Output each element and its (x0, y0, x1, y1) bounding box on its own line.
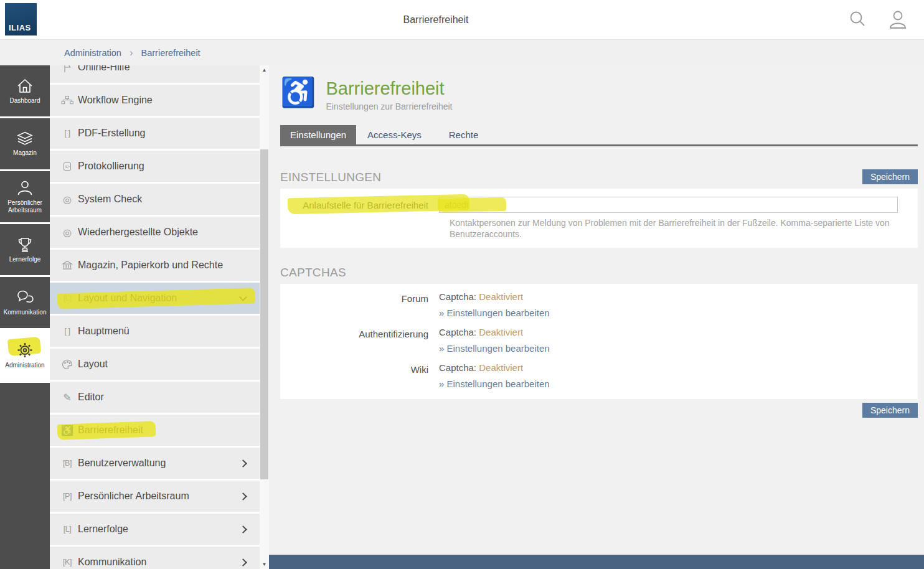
sidebar-item-label: Protokollierung (78, 161, 246, 172)
tab-rechte[interactable]: Rechte (439, 125, 489, 144)
field-help-text: Kontaktpersonen zur Meldung von Probleme… (450, 217, 913, 240)
edit-settings-link[interactable]: » Einstellungen bearbeiten (439, 308, 550, 318)
rail-item-dashboard[interactable]: Dashboard (0, 65, 50, 118)
log-box-icon: s› (61, 162, 73, 171)
sidebar-item-label: Lernerfolge (78, 524, 240, 535)
rail-item-magazin[interactable]: Magazin (0, 118, 50, 171)
sidebar-item-label: Workflow Engine (78, 95, 246, 106)
flag-icon (61, 65, 73, 73)
wheelchair-icon: ♿ (61, 425, 73, 436)
sidebar-item-layout-und-navigation[interactable]: [L] Layout und Navigation (50, 283, 260, 314)
bracket-p-icon: [P] (61, 492, 73, 501)
captcha-status-line: Captcha: Deaktiviert (439, 362, 550, 373)
rail-item-label: Lernerfolge (9, 256, 41, 263)
breadcrumb-separator-icon: › (130, 47, 133, 58)
bank-icon (61, 260, 73, 270)
palette-icon (61, 359, 73, 370)
bracket-l-icon: [L] (61, 525, 73, 534)
chevron-right-icon (239, 492, 247, 501)
chevron-down-icon (239, 293, 247, 301)
save-button-bottom[interactable]: Speichern (862, 403, 918, 418)
bracket-b-icon: [B] (61, 459, 73, 468)
sidebar-item-wiederhergestellte-objekte[interactable]: ◎ Wiederhergestellte Objekte (50, 217, 260, 248)
sidebar-item-system-check[interactable]: ◎ System Check (50, 184, 260, 215)
captchas-section-title: CAPTCHAS (280, 266, 346, 280)
captcha-row-wiki: Wiki Captcha: Deaktiviert » Einstellunge… (280, 362, 918, 390)
captcha-row-label: Wiki (280, 362, 439, 390)
captcha-row-authentifizierung: Authentifizierung Captcha: Deaktiviert »… (280, 327, 918, 354)
sidebar-item-label: Magazin, Papierkorb und Rechte (78, 260, 246, 271)
sidebar-item-benutzerverwaltung[interactable]: [B] Benutzerverwaltung (50, 448, 260, 479)
save-button-top[interactable]: Speichern (862, 169, 918, 184)
captcha-status-line: Captcha: Deaktiviert (439, 327, 550, 337)
scroll-up-icon[interactable]: ▲ (261, 67, 268, 73)
sidebar-item-hauptmenue[interactable]: [ ] Hauptmenü (50, 316, 260, 347)
sidebar-item-label: Barrierefreiheit (78, 425, 246, 436)
breadcrumb-item-administration[interactable]: Administration (64, 48, 121, 58)
edit-settings-link[interactable]: » Einstellungen bearbeiten (439, 343, 550, 354)
ilias-app: ILIAS Barrierefreiheit Administration › … (0, 0, 924, 569)
sidebar-item-kommunikation[interactable]: [K] Kommunikation (50, 547, 260, 569)
pencil-icon: ✎ (61, 392, 73, 403)
edit-settings-link[interactable]: » Einstellungen bearbeiten (439, 379, 550, 389)
ring-icon: ◎ (61, 194, 73, 205)
gear-icon (16, 342, 34, 359)
captcha-row-label: Authentifizierung (280, 327, 439, 354)
search-icon[interactable] (848, 10, 867, 29)
sidebar-scrollbar[interactable]: ▲ ▼ (260, 65, 269, 569)
rail-item-label: Administration (5, 362, 44, 369)
top-header: ILIAS Barrierefreiheit (0, 0, 924, 39)
rail-item-kommunikation[interactable]: Kommunikation (0, 277, 50, 330)
bracket-k-icon: [K] (61, 558, 73, 567)
breadcrumb: Administration › Barrierefreiheit (0, 39, 924, 65)
settings-section-head: EINSTELLUNGEN Speichern (280, 169, 918, 184)
chat-icon (16, 289, 34, 306)
sidebar-item-protokollierung[interactable]: s› Protokollierung (50, 151, 260, 182)
sidebar-item-editor[interactable]: ✎ Editor (50, 382, 260, 413)
page-head: ♿ Barrierefreiheit Einstellungen zur Bar… (280, 78, 918, 111)
sidebar-item-label: Editor (78, 392, 246, 403)
sidebar-item-layout[interactable]: Layout (50, 349, 260, 380)
tab-einstellungen[interactable]: Einstellungen (280, 125, 356, 144)
main-content: ♿ Barrierefreiheit Einstellungen zur Bar… (269, 65, 924, 569)
rail-item-administration[interactable]: Administration (0, 330, 50, 383)
tab-access-keys[interactable]: Access-Keys (357, 125, 431, 144)
chevron-right-icon (239, 558, 247, 567)
person-icon (16, 180, 34, 196)
captcha-row-label: Forum (280, 291, 439, 319)
rail-item-persoenlicher-arbeitsraum[interactable]: Persönlicher Arbeitsraum (0, 171, 50, 224)
sidebar-item-label: Layout (78, 359, 246, 370)
captcha-status-line: Captcha: Deaktiviert (439, 291, 550, 302)
sidebar-item-label: Kommunikation (78, 557, 240, 568)
user-icon[interactable] (887, 10, 909, 30)
scroll-down-icon[interactable]: ▼ (261, 562, 268, 567)
breadcrumb-item-barrierefreiheit[interactable]: Barrierefreiheit (141, 48, 200, 58)
sidebar-item-label: PDF-Erstellung (78, 128, 246, 139)
home-icon (16, 78, 34, 94)
sidebar-item-lernerfolge[interactable]: [L] Lernerfolge (50, 514, 260, 545)
rail-item-lernerfolge[interactable]: Lernerfolge (0, 224, 50, 277)
sidebar-item-label: Online-Hilfe (78, 65, 246, 73)
rail-item-label: Persönlicher Arbeitsraum (1, 199, 49, 214)
sidebar-item-persoenlicher-arbeitsraum[interactable]: [P] Persönlicher Arbeitsraum (50, 481, 260, 512)
chevron-right-icon (239, 525, 247, 534)
ring-icon: ◎ (61, 227, 73, 238)
settings-panel: Anlaufstelle für Barrierefreiheit Kontak… (280, 189, 918, 248)
sidebar-item-label: Hauptmenü (78, 326, 246, 337)
sidebar-item-label: Layout und Navigation (78, 293, 240, 304)
sidebar-item-online-hilfe[interactable]: Online-Hilfe (50, 65, 260, 83)
captcha-status-value: Deaktiviert (479, 362, 523, 373)
rail-item-label: Dashboard (10, 97, 40, 105)
sidebar-item-pdf-erstellung[interactable]: [ ] PDF-Erstellung (50, 118, 260, 149)
sidebar-item-label: Benutzerverwaltung (78, 458, 240, 469)
main-nav-rail: Dashboard Magazin Persönlicher Arbeitsra… (0, 65, 50, 569)
sidebar-item-label: System Check (78, 194, 246, 205)
tab-bar: Einstellungen Access-Keys Rechte (280, 125, 918, 146)
sidebar-item-magazin-papierkorb-und-rechte[interactable]: Magazin, Papierkorb und Rechte (50, 250, 260, 281)
trophy-icon (16, 237, 34, 253)
sidebar-item-workflow-engine[interactable]: Workflow Engine (50, 85, 260, 116)
sidebar-scrollbar-thumb[interactable] (260, 149, 268, 479)
anlaufstelle-input[interactable] (439, 197, 898, 213)
sidebar-item-barrierefreiheit[interactable]: ♿ Barrierefreiheit (50, 415, 260, 446)
brackets-icon: [ ] (61, 129, 73, 138)
